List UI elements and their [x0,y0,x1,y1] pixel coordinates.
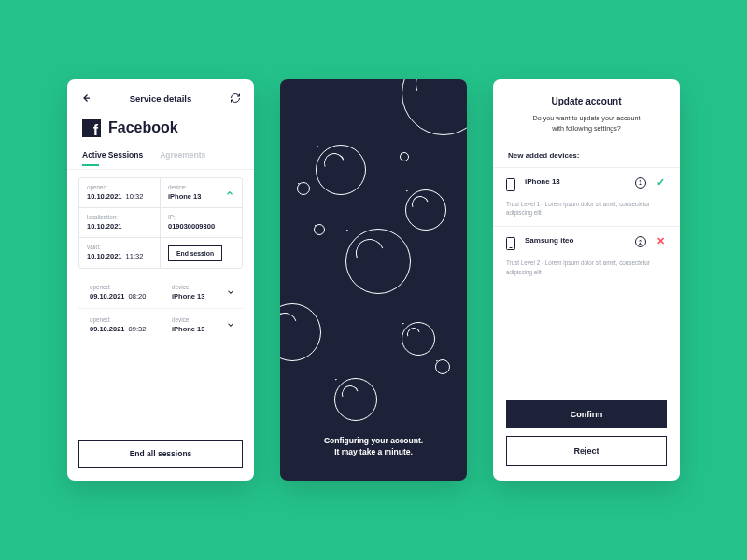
section-heading: New added devices: [493,134,680,167]
service-brand: Facebook [67,113,254,150]
screen-update-account: Update account Do you want to update you… [493,79,680,481]
chevron-down-icon[interactable] [226,320,235,329]
tab-agreements[interactable]: Agreements [160,150,205,165]
close-icon: ✕ [654,236,667,246]
refresh-icon[interactable] [230,92,241,104]
device-desc: Trust Level 2 - Lorem ipsum dolor sit am… [506,259,667,276]
screen-service-details: Service details Facebook Active Sessions… [67,79,254,481]
value-localization: 10.10.2021 [87,222,152,231]
chevron-up-icon[interactable] [225,189,234,198]
tab-active-sessions[interactable]: Active Sessions [82,150,143,165]
page-title: Update account [493,79,680,114]
page-subtitle: Do you want to update your account with … [493,114,680,134]
facebook-logo-icon [82,119,101,137]
reject-button[interactable]: Reject [506,436,667,466]
value-ip: 019030009300 [168,222,234,231]
sessions-list: opened: 10.10.202110:32 device: iPhone 1… [67,170,254,432]
screen-loading: Configuring your account. It may take a … [280,79,467,481]
value-valid: 10.10.202111:32 [87,252,152,260]
label-localization: localization: [87,214,152,220]
header: Service details [67,79,254,113]
label-ip: IP: [168,214,234,220]
chevron-down-icon[interactable] [226,287,235,297]
confirm-button[interactable]: Confirm [506,400,667,428]
session-card-collapsed[interactable]: opened: 09.10.202108:20 device: iPhone 1… [78,276,243,308]
tabs: Active Sessions Agreements [67,150,254,170]
loading-message: Configuring your account. It may take a … [280,435,467,459]
end-session-button[interactable]: End session [168,245,222,261]
value-opened: 10.10.202110:32 [87,192,152,201]
trust-level-badge: 1 [635,177,646,189]
device-row: Samsung iteo 2 ✕ Trust Level 2 - Lorem i… [493,226,680,286]
device-desc: Trust Level 1 - Lorem ipsum dolor sit am… [506,200,667,217]
session-card-expanded: opened: 10.10.202110:32 device: iPhone 1… [78,177,243,269]
end-all-sessions-button[interactable]: End all sessions [78,440,243,468]
service-name: Facebook [108,119,178,136]
device-row: iPhone 13 1 ✓ Trust Level 1 - Lorem ipsu… [493,167,680,227]
check-icon: ✓ [654,177,667,188]
phone-icon [506,178,515,191]
session-card-collapsed[interactable]: opened: 09.10.202109:32 device: iPhone 1… [78,308,243,341]
back-icon[interactable] [80,92,92,104]
action-buttons: Confirm Reject [493,400,680,481]
device-name: iPhone 13 [525,177,629,186]
bubbles-illustration [280,79,467,481]
phone-icon [506,237,515,250]
device-name: Samsung iteo [525,236,629,245]
trust-level-badge: 2 [635,236,646,247]
label-valid: valid: [87,244,152,250]
page-title: Service details [130,93,192,104]
label-opened: opened: [87,184,152,190]
